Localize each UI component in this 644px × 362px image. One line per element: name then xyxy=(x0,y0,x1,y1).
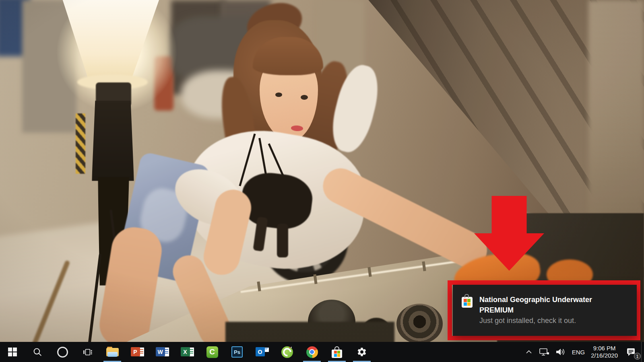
toast-title: National Geographic Underwater PREMIUM xyxy=(479,294,624,315)
language-label: ENG xyxy=(572,349,585,356)
clock-date: 2/16/2020 xyxy=(591,352,618,359)
taskbar-button-powerpoint[interactable]: P xyxy=(125,342,150,362)
powerpoint-icon: P xyxy=(131,346,144,358)
tray-volume[interactable] xyxy=(553,342,569,362)
taskbar-button-chrome[interactable] xyxy=(299,342,324,362)
tray-network[interactable] xyxy=(536,342,553,362)
task-view-icon xyxy=(83,348,93,357)
cortana-icon xyxy=(57,347,68,358)
excel-icon: X xyxy=(181,346,194,358)
camtasia-icon: C xyxy=(206,346,218,358)
word-icon: W xyxy=(156,346,169,358)
taskbar: P W X C Ps O xyxy=(0,342,644,362)
taskbar-button-cortana[interactable] xyxy=(50,342,75,362)
windows-logo-icon xyxy=(8,348,17,356)
toast-message: Just got installed, check it out. xyxy=(479,315,624,326)
taskbar-button-start[interactable] xyxy=(0,342,25,362)
outlook-icon: O xyxy=(256,346,269,358)
tray-show-hidden-icons[interactable] xyxy=(522,342,536,362)
taskbar-button-coccoc[interactable] xyxy=(275,342,299,362)
taskbar-button-store[interactable] xyxy=(324,342,349,362)
taskbar-button-task-view[interactable] xyxy=(75,342,100,362)
chevron-up-icon xyxy=(524,348,533,356)
chrome-icon xyxy=(306,346,318,358)
tray-clock[interactable]: 9:06 PM 2/16/2020 xyxy=(588,342,621,362)
notification-count-badge: 1 xyxy=(634,353,641,360)
volume-icon xyxy=(555,348,566,356)
microsoft-logo-squares xyxy=(464,299,471,306)
microsoft-store-icon xyxy=(332,346,342,358)
tray-language-indicator[interactable]: ENG xyxy=(569,342,588,362)
taskbar-button-photoshop[interactable]: Ps xyxy=(225,342,250,362)
search-icon xyxy=(33,348,42,357)
tray-action-center[interactable]: 1 xyxy=(621,342,641,362)
taskbar-button-search[interactable] xyxy=(25,342,50,362)
taskbar-button-settings[interactable] xyxy=(349,342,374,362)
show-desktop-button[interactable] xyxy=(641,342,644,362)
screen: National Geographic Underwater PREMIUM J… xyxy=(0,0,644,362)
store-bag-handle-icon xyxy=(464,294,469,298)
taskbar-button-outlook[interactable]: O xyxy=(250,342,275,362)
clock-time: 9:06 PM xyxy=(593,345,616,352)
system-tray: ENG 9:06 PM 2/16/2020 1 xyxy=(522,342,644,362)
taskbar-button-camtasia[interactable]: C xyxy=(200,342,225,362)
photoshop-icon: Ps xyxy=(231,346,243,358)
microsoft-store-icon xyxy=(462,297,473,308)
coccoc-browser-icon xyxy=(281,346,293,358)
network-icon xyxy=(539,348,550,356)
settings-gear-icon xyxy=(357,347,367,357)
taskbar-button-file-explorer[interactable] xyxy=(100,342,125,362)
taskbar-button-word[interactable]: W xyxy=(150,342,175,362)
taskbar-button-excel[interactable]: X xyxy=(175,342,200,362)
toast-text: National Geographic Underwater PREMIUM J… xyxy=(479,294,624,336)
file-explorer-icon xyxy=(106,347,119,357)
notification-toast[interactable]: National Geographic Underwater PREMIUM J… xyxy=(453,285,637,336)
